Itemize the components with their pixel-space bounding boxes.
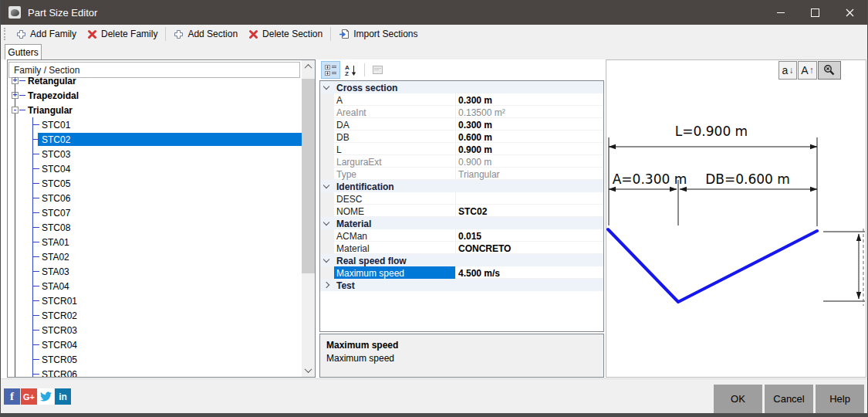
scrollbar-thumb[interactable] <box>302 79 315 273</box>
tree-item-stcr04[interactable]: STCR04 <box>8 337 302 352</box>
property-value[interactable]: 0.300 m <box>458 120 492 131</box>
categorized-icon <box>325 64 337 76</box>
tree-item-stc08[interactable]: STC08 <box>8 220 302 235</box>
minimize-icon <box>777 12 785 13</box>
property-value[interactable]: 0.300 m <box>458 95 492 106</box>
linkedin-icon[interactable]: in <box>55 388 71 405</box>
maximize-button[interactable] <box>798 0 833 25</box>
tree-item-stcr01[interactable]: STCR01 <box>8 293 302 308</box>
ok-button[interactable]: OK <box>714 385 762 413</box>
tree-item-label: Retangular <box>28 76 76 86</box>
toolbar-button-label: Add Family <box>30 29 76 39</box>
add-family-button[interactable]: Add Family <box>11 25 82 42</box>
tree-item-sta04[interactable]: STA04 <box>8 279 302 293</box>
tree-scrollbar[interactable] <box>302 60 315 377</box>
add-section-button[interactable]: Add Section <box>168 25 243 42</box>
tree-item-stc07[interactable]: STC07 <box>8 205 302 220</box>
category-material[interactable]: Material <box>320 217 603 229</box>
collapse-toggle-icon[interactable]: - <box>12 107 19 114</box>
property-row-larguraext[interactable]: LarguraExt0.900 m <box>320 155 603 168</box>
collapse-category-icon[interactable] <box>323 182 329 188</box>
scroll-up-button[interactable] <box>302 60 315 73</box>
property-row-db[interactable]: DB0.600 m <box>320 131 603 143</box>
tree-item-retangular[interactable]: +Retangular <box>8 73 302 88</box>
twitter-icon[interactable] <box>38 388 54 405</box>
tree-item-stcr02[interactable]: STCR02 <box>8 308 302 323</box>
tree-item-stcr05[interactable]: STCR05 <box>8 352 302 367</box>
tree-item-sta03[interactable]: STA03 <box>8 264 302 279</box>
help-button[interactable]: Help <box>816 385 864 413</box>
sort-uppercase-button[interactable]: A↑ <box>798 61 817 80</box>
category-cross-section[interactable]: Cross section <box>320 81 603 93</box>
google-plus-icon[interactable]: G+ <box>21 388 37 405</box>
tab-gutters[interactable]: Gutters <box>5 44 42 59</box>
toolbar-button-label: Add Section <box>187 29 238 39</box>
collapse-category-icon[interactable] <box>323 83 329 90</box>
category-real-speed-flow[interactable]: Real speed flow <box>320 254 603 266</box>
delete-family-button[interactable]: Delete Family <box>82 25 163 42</box>
property-row-areaint[interactable]: AreaInt0.13500 m² <box>320 106 603 118</box>
property-pages-button <box>368 61 387 79</box>
tree-item-stc01[interactable]: STC01 <box>8 117 302 132</box>
tree-item-stcr06[interactable]: STCR06 <box>8 367 302 377</box>
property-row-l[interactable]: L0.900 m <box>320 143 603 155</box>
tree-item-label: STA04 <box>42 281 69 292</box>
tree-item-stc05[interactable]: STC05 <box>8 176 302 191</box>
tree-item-stc02[interactable]: STC02 <box>8 132 302 147</box>
property-row-material[interactable]: MaterialCONCRETO <box>320 242 603 254</box>
tree-item-sta01[interactable]: STA01 <box>8 235 302 249</box>
property-row-a[interactable]: A0.300 m <box>320 93 603 106</box>
property-row-nome[interactable]: NOMESTC02 <box>320 205 603 217</box>
expand-toggle-icon[interactable]: + <box>12 92 19 99</box>
category-identification[interactable]: Identification <box>320 180 603 192</box>
scroll-down-button[interactable] <box>302 364 315 377</box>
property-row-maximum-speed[interactable]: Maximum speed4.500 m/s <box>320 266 603 279</box>
tree-item-sta02[interactable]: STA02 <box>8 249 302 264</box>
collapse-category-icon[interactable] <box>323 256 329 263</box>
tree-item-label: STA01 <box>42 237 69 248</box>
zoom-toggle-button[interactable] <box>818 61 841 80</box>
category-gutter <box>320 205 334 217</box>
sort-lowercase-button[interactable]: a↓ <box>778 61 797 80</box>
tree-item-label: STC08 <box>42 222 70 233</box>
collapse-category-icon[interactable] <box>323 219 329 225</box>
tree-item-trapezoidal[interactable]: +Trapezoidal <box>8 88 302 103</box>
property-value[interactable]: STC02 <box>458 206 487 217</box>
category-gutter <box>320 155 334 168</box>
toolbar-grip[interactable] <box>4 28 7 40</box>
category-test[interactable]: Test <box>320 279 603 291</box>
property-row-desc[interactable]: DESC <box>320 192 603 205</box>
property-label: L <box>336 144 342 155</box>
tree-item-stcr03[interactable]: STCR03 <box>8 323 302 337</box>
tree-connector-line <box>32 359 39 360</box>
property-label: Maximum speed <box>336 268 404 279</box>
close-button[interactable] <box>833 0 867 25</box>
expand-toggle-icon[interactable]: + <box>12 77 19 84</box>
property-row-da[interactable]: DA0.300 m <box>320 118 603 131</box>
minimize-button[interactable] <box>763 0 798 25</box>
expand-category-icon[interactable] <box>323 282 329 288</box>
tree-item-triangular[interactable]: -Triangular <box>8 103 302 117</box>
property-value[interactable]: 0.015 <box>458 231 481 242</box>
alphabetical-sort-button[interactable]: A Z <box>341 61 360 79</box>
import-sections-button[interactable]: Import Sections <box>333 25 423 42</box>
tree-item-stc03[interactable]: STC03 <box>8 147 302 161</box>
tree-item-stc04[interactable]: STC04 <box>8 161 302 176</box>
property-value[interactable]: CONCRETO <box>458 243 511 254</box>
tree-item-label: STC07 <box>42 208 70 219</box>
delete-section-button[interactable]: Delete Section <box>243 25 328 42</box>
property-value[interactable]: 0.600 m <box>458 132 492 143</box>
tree-connector-line <box>32 330 39 331</box>
property-value[interactable]: 4.500 m/s <box>458 268 500 279</box>
tree-item-stc06[interactable]: STC06 <box>8 191 302 205</box>
property-row-type[interactable]: TypeTriangular <box>320 168 603 180</box>
cancel-button[interactable]: Cancel <box>765 385 813 413</box>
categorized-view-button[interactable] <box>321 61 340 79</box>
facebook-icon[interactable]: f <box>4 388 20 405</box>
tree-connector-line <box>32 168 39 169</box>
column-divider <box>455 168 456 180</box>
property-row-acman[interactable]: ACMan0.015 <box>320 229 603 242</box>
property-value[interactable]: 0.900 m <box>458 144 492 155</box>
tab-bar: Gutters <box>1 43 867 59</box>
tree-connector-line <box>32 154 39 154</box>
